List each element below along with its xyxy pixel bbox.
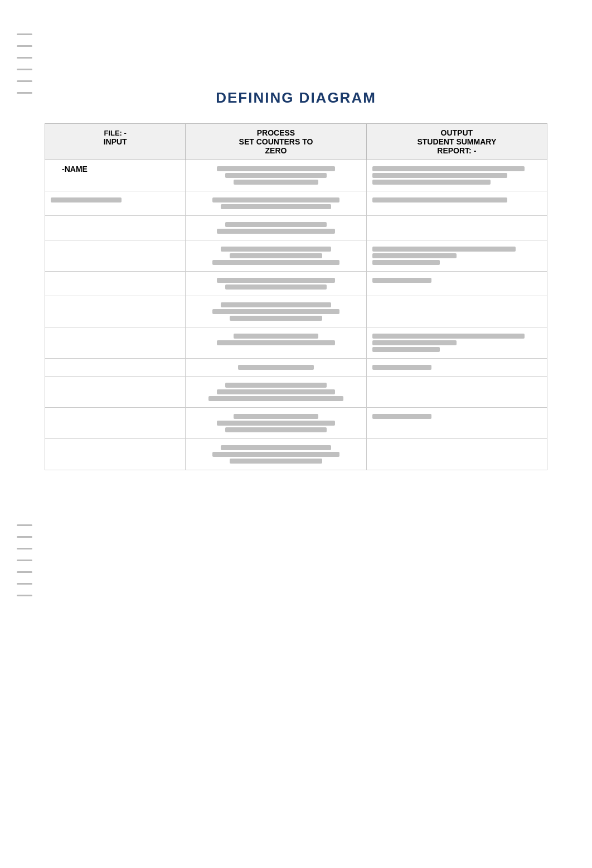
margin-tick <box>17 536 32 538</box>
blurred-content <box>217 389 335 394</box>
input-cell-11 <box>45 439 186 470</box>
blurred-content <box>225 173 327 178</box>
blurred-content <box>372 253 457 258</box>
table-row <box>45 408 547 439</box>
output-label-line1: OUTPUT <box>441 128 473 137</box>
blurred-content <box>372 334 525 339</box>
output-cell-3 <box>366 216 547 240</box>
margin-tick <box>17 80 32 82</box>
blurred-content <box>372 278 431 283</box>
header-input: FILE: - INPUT <box>45 124 186 160</box>
output-cell-8 <box>366 359 547 377</box>
blurred-content <box>221 204 331 209</box>
blurred-content <box>212 260 339 265</box>
input-cell-2 <box>45 191 186 216</box>
blurred-content <box>372 365 431 370</box>
margin-tick <box>17 69 32 70</box>
output-cell-7 <box>366 327 547 359</box>
input-cell-3 <box>45 216 186 240</box>
process-cell-2 <box>186 191 366 216</box>
blurred-content <box>51 197 122 202</box>
table-row <box>45 296 547 327</box>
blurred-content <box>217 278 335 283</box>
margin-tick <box>17 571 32 573</box>
blurred-content <box>372 340 457 345</box>
output-label-line3: REPORT: - <box>437 146 476 155</box>
process-cell-1 <box>186 160 366 191</box>
content-area: DEFINING DIAGRAM FILE: - INPUT PROCESS S… <box>45 22 547 470</box>
process-cell-9 <box>186 377 366 408</box>
blurred-content <box>238 365 314 370</box>
margin-lines-bottom <box>17 524 32 596</box>
table-row <box>45 240 547 272</box>
table-row <box>45 327 547 359</box>
blurred-content <box>372 347 440 352</box>
output-label-line2: STUDENT SUMMARY <box>417 137 496 146</box>
margin-tick <box>17 57 32 59</box>
blurred-content <box>230 316 323 321</box>
process-cell-5 <box>186 272 366 296</box>
output-cell-6 <box>366 296 547 327</box>
process-label-line2: SET COUNTERS TO <box>239 137 313 146</box>
margin-tick <box>17 560 32 561</box>
output-cell-4 <box>366 240 547 272</box>
blurred-content <box>234 334 318 339</box>
process-label-line3: ZERO <box>265 146 287 155</box>
page-container: DEFINING DIAGRAM FILE: - INPUT PROCESS S… <box>0 0 592 868</box>
output-cell-11 <box>366 439 547 470</box>
blurred-content <box>217 421 335 426</box>
blurred-content <box>225 427 327 432</box>
process-cell-6 <box>186 296 366 327</box>
blurred-content <box>217 229 335 234</box>
blurred-content <box>212 309 339 314</box>
output-cell-10 <box>366 408 547 439</box>
blurred-content <box>208 396 344 401</box>
blurred-content <box>217 166 335 171</box>
margin-tick <box>17 524 32 526</box>
name-label: -NAME <box>51 165 88 173</box>
process-cell-11 <box>186 439 366 470</box>
process-cell-4 <box>186 240 366 272</box>
blurred-content <box>230 253 323 258</box>
blurred-content <box>225 284 327 290</box>
blurred-content <box>217 340 335 345</box>
input-label: INPUT <box>104 137 127 146</box>
margin-lines-top <box>17 33 32 94</box>
blurred-content <box>372 247 516 252</box>
blurred-content <box>234 180 318 185</box>
output-cell-2 <box>366 191 547 216</box>
process-cell-3 <box>186 216 366 240</box>
margin-tick <box>17 595 32 596</box>
process-cell-10 <box>186 408 366 439</box>
blurred-content <box>225 222 327 227</box>
blurred-content <box>372 173 508 178</box>
blurred-content <box>372 414 431 419</box>
diagram-title: DEFINING DIAGRAM <box>45 89 547 107</box>
table-row <box>45 272 547 296</box>
input-cell-name: -NAME <box>45 160 186 191</box>
blurred-content <box>372 260 440 265</box>
table-header-row: FILE: - INPUT PROCESS SET COUNTERS TO ZE… <box>45 124 547 160</box>
blurred-content <box>212 452 339 457</box>
blurred-content <box>212 197 339 202</box>
blurred-content <box>221 247 331 252</box>
table-row <box>45 439 547 470</box>
input-cell-5 <box>45 272 186 296</box>
blurred-content <box>372 180 491 185</box>
file-label: FILE: - <box>104 129 126 137</box>
process-label-line1: PROCESS <box>257 128 295 137</box>
output-cell-5 <box>366 272 547 296</box>
process-cell-8 <box>186 359 366 377</box>
margin-tick <box>17 33 32 35</box>
blurred-content <box>221 302 331 307</box>
table-row <box>45 377 547 408</box>
blurred-content <box>372 197 508 202</box>
header-output: OUTPUT STUDENT SUMMARY REPORT: - <box>366 124 547 160</box>
margin-tick <box>17 92 32 94</box>
process-cell-7 <box>186 327 366 359</box>
input-cell-4 <box>45 240 186 272</box>
margin-tick <box>17 45 32 47</box>
blurred-content <box>372 166 525 171</box>
header-process: PROCESS SET COUNTERS TO ZERO <box>186 124 366 160</box>
input-cell-10 <box>45 408 186 439</box>
